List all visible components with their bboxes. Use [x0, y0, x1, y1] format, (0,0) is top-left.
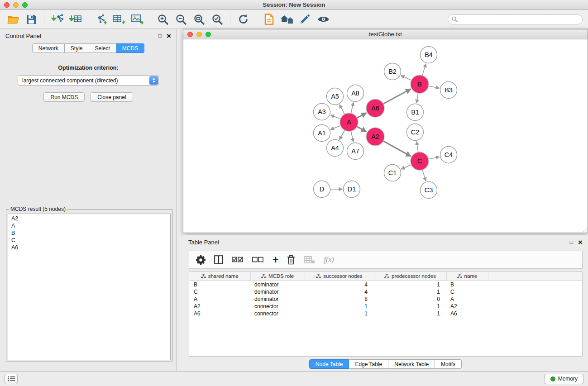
- memory-button[interactable]: Memory: [545, 374, 583, 384]
- tab-motifs[interactable]: Motifs: [435, 359, 462, 369]
- graph-node-B4[interactable]: B4: [421, 47, 437, 63]
- graph-node-B2[interactable]: B2: [384, 63, 401, 80]
- graph-node-D[interactable]: D: [314, 181, 330, 198]
- graph-edge-A-A3[interactable]: [331, 115, 341, 119]
- graph-node-A7[interactable]: A7: [347, 143, 364, 160]
- table-mode-button[interactable]: [196, 253, 206, 267]
- close-panel-icon[interactable]: ×: [167, 32, 171, 40]
- export-table-button[interactable]: [110, 12, 128, 27]
- tab-edge-table[interactable]: Edge Table: [349, 359, 388, 369]
- delete-columns-button[interactable]: [287, 253, 295, 267]
- close-network-window-button[interactable]: [187, 32, 193, 37]
- column-header-successor-nodes[interactable]: successor nodes: [305, 272, 374, 281]
- tab-node-table[interactable]: Node Table: [309, 359, 349, 369]
- table-row[interactable]: Cdominator41C: [189, 288, 582, 295]
- result-item[interactable]: A: [8, 222, 170, 229]
- import-table-button[interactable]: [67, 12, 84, 27]
- apply-layout-button[interactable]: [234, 12, 252, 27]
- graph-edge-B-B2[interactable]: [401, 76, 411, 81]
- graph-node-C2[interactable]: C2: [407, 124, 424, 141]
- zoom-in-button[interactable]: [154, 12, 172, 27]
- result-item[interactable]: B: [8, 229, 170, 237]
- graph-node-B1[interactable]: B1: [407, 104, 424, 121]
- zoom-out-button[interactable]: [172, 12, 190, 27]
- graph-node-C4[interactable]: C4: [440, 147, 457, 163]
- zoom-network-window-button[interactable]: [206, 32, 211, 37]
- result-item[interactable]: A6: [8, 244, 170, 251]
- close-table-panel-icon[interactable]: ×: [578, 238, 583, 246]
- tab-select[interactable]: Select: [89, 43, 116, 53]
- task-history-button[interactable]: [5, 374, 18, 384]
- result-item[interactable]: A2: [8, 215, 170, 222]
- graph-node-A3[interactable]: A3: [314, 104, 330, 120]
- graph-node-B3[interactable]: B3: [440, 82, 457, 99]
- graph-node-A[interactable]: A: [340, 113, 358, 131]
- network-window-titlebar[interactable]: testGlobe.txt: [183, 29, 588, 39]
- graph-node-B[interactable]: B: [411, 75, 429, 93]
- tab-network[interactable]: Network: [32, 43, 65, 53]
- tab-style[interactable]: Style: [65, 43, 89, 53]
- graph-node-D1[interactable]: D1: [344, 181, 360, 198]
- delete-table-button[interactable]: [304, 253, 315, 267]
- graph-node-A6[interactable]: A6: [366, 99, 384, 117]
- annotation-button[interactable]: [296, 12, 314, 27]
- deselect-all-rows-button[interactable]: [252, 253, 264, 267]
- column-header-mcds-role[interactable]: MCDS role: [250, 272, 305, 281]
- graph-edge-A-A4[interactable]: [339, 130, 344, 140]
- float-table-panel-icon[interactable]: □: [570, 239, 573, 245]
- resize-grip-icon[interactable]: [582, 227, 587, 232]
- graph-edge-A-A6[interactable]: [357, 113, 367, 118]
- function-builder-button[interactable]: f(x): [324, 253, 334, 267]
- save-session-button[interactable]: [23, 12, 40, 27]
- zoom-window-button[interactable]: [22, 2, 28, 8]
- table-row[interactable]: A2connector11A2: [189, 303, 582, 310]
- graph-edge-B-B1[interactable]: [416, 93, 418, 103]
- table-row[interactable]: Bdominator41B: [189, 281, 582, 288]
- show-hide-details-button[interactable]: [315, 12, 332, 27]
- graph-edge-C-C2[interactable]: [416, 142, 418, 152]
- mcds-result-list[interactable]: A2ABCA6: [8, 214, 171, 360]
- graph-node-C[interactable]: C: [411, 152, 429, 170]
- graph-edge-C-C4[interactable]: [429, 157, 440, 159]
- graph-node-C1[interactable]: C1: [384, 165, 401, 181]
- tab-mcds[interactable]: MCDS: [116, 43, 144, 53]
- network-canvas[interactable]: B4B2BB3A5A8A6B1A3AC2A1A2A4A7C4CC1C3DD1: [183, 39, 588, 233]
- table-row[interactable]: A6connector11A6: [189, 310, 582, 317]
- export-network-button[interactable]: [92, 12, 110, 27]
- minimize-window-button[interactable]: [13, 2, 19, 8]
- export-image-button[interactable]: [129, 12, 146, 27]
- tab-network-table[interactable]: Network Table: [388, 359, 435, 369]
- criterion-dropdown[interactable]: largest connected component (directed): [18, 75, 159, 86]
- zoom-fit-button[interactable]: [191, 12, 208, 27]
- create-column-button[interactable]: +: [272, 253, 278, 267]
- graph-edge-B-B4[interactable]: [422, 64, 426, 76]
- table-row[interactable]: Adominator80A: [189, 295, 582, 303]
- graph-edge-A-A8[interactable]: [351, 103, 353, 114]
- import-network-button[interactable]: [48, 12, 66, 27]
- graph-edge-A-A7[interactable]: [351, 131, 353, 142]
- graph-edge-C-C1[interactable]: [401, 165, 411, 169]
- run-mcds-button[interactable]: Run MCDS: [43, 92, 85, 102]
- open-session-button[interactable]: [5, 12, 22, 27]
- graph-node-A2[interactable]: A2: [366, 128, 384, 146]
- close-panel-button[interactable]: Close panel: [91, 92, 133, 102]
- show-columns-button[interactable]: [214, 253, 223, 267]
- search-box[interactable]: [448, 14, 583, 24]
- graph-edge-B-B3[interactable]: [429, 86, 440, 88]
- graph-node-A4[interactable]: A4: [327, 140, 344, 157]
- graph-node-A1[interactable]: A1: [314, 125, 330, 142]
- graph-node-A5[interactable]: A5: [327, 88, 344, 105]
- graph-node-C3[interactable]: C3: [421, 182, 437, 199]
- graph-edge-A-A2[interactable]: [357, 127, 367, 132]
- column-header-shared-name[interactable]: shared name: [189, 272, 250, 281]
- zoom-selected-button[interactable]: [209, 12, 226, 27]
- graph-edge-C-C3[interactable]: [422, 170, 426, 181]
- result-item[interactable]: C: [8, 237, 170, 244]
- column-header-name[interactable]: name: [446, 272, 488, 281]
- select-all-rows-button[interactable]: [232, 253, 244, 267]
- home-button[interactable]: [278, 12, 296, 27]
- search-input[interactable]: [460, 16, 578, 23]
- graph-edge-A-A5[interactable]: [339, 105, 344, 114]
- graph-edge-A2-C[interactable]: [383, 141, 411, 156]
- float-panel-icon[interactable]: □: [158, 33, 162, 38]
